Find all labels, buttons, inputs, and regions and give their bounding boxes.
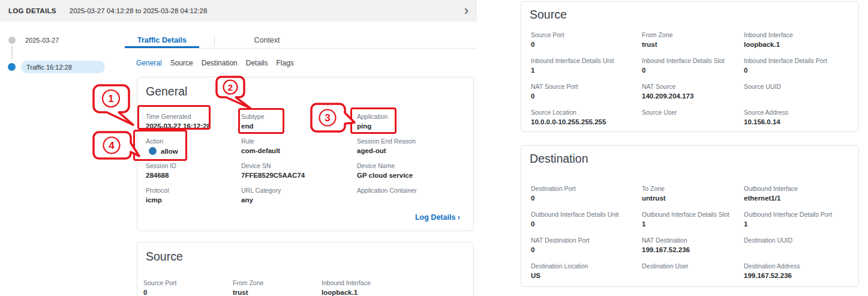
source-card-title: Source xyxy=(146,250,473,264)
field-value: 1 xyxy=(744,220,849,229)
field: Outbound Interface Details Unit 0 xyxy=(531,211,642,229)
field: From Zone trust xyxy=(642,31,744,50)
field: NAT Source Port 0 xyxy=(531,83,642,101)
tab-divider xyxy=(214,35,215,46)
field-label: Action xyxy=(146,137,241,145)
field: Inbound Interface Details Port 0 xyxy=(744,57,849,76)
field-label: Source Address xyxy=(744,109,849,116)
tab-context[interactable]: Context xyxy=(243,36,291,44)
field: Time Generated 2025-03-27 16:12:28 xyxy=(146,113,241,131)
field: NAT Destination 199.167.52.236 xyxy=(642,237,744,255)
field-value: 0 xyxy=(642,67,744,76)
field-value: loopback.1 xyxy=(744,41,849,50)
page-title: LOG DETAILS xyxy=(8,7,56,14)
field-label: Inbound Interface Details Slot xyxy=(642,57,744,65)
field-label: Destination User xyxy=(642,262,744,270)
field-value xyxy=(642,272,744,281)
field-value: GP cloud service xyxy=(357,172,465,181)
field-label: Destination Location xyxy=(531,262,642,270)
destination-fields: Destination Port 0 To Zone untrust Outbo… xyxy=(521,185,858,281)
field: Destination Location US xyxy=(531,262,642,281)
field-label: Source User xyxy=(642,109,744,116)
tab-traffic-details[interactable]: Traffic Details xyxy=(125,36,199,44)
timeline-entry-traffic[interactable]: Traffic 16:12:28 xyxy=(21,61,105,73)
expand-chevron-icon[interactable]: › xyxy=(464,5,468,17)
field: Application ping xyxy=(357,113,465,131)
field-value: 1 xyxy=(531,67,642,76)
field-value xyxy=(357,196,465,205)
field: Destination Port 0 xyxy=(531,185,642,204)
field-label: Destination UUID xyxy=(744,237,849,244)
field-value: 10.0.0.0-10.255.255.255 xyxy=(531,118,642,127)
subtab-flags[interactable]: Flags xyxy=(276,59,293,67)
field-label: Device SN xyxy=(241,162,357,170)
field-label: Inbound Interface Details Unit xyxy=(531,57,642,65)
field-value: 0 xyxy=(744,67,849,76)
field-label: URL Category xyxy=(241,187,357,195)
subtab-general[interactable]: General xyxy=(136,59,162,67)
date-range: 2025-03-27 04:12:28 to 2025-03-28 04:12:… xyxy=(70,7,208,14)
log-details-header: LOG DETAILS 2025-03-27 04:12:28 to 2025-… xyxy=(0,0,477,22)
subtab-destination[interactable]: Destination xyxy=(202,59,238,67)
field-value: end xyxy=(241,122,357,131)
field: Session ID 284688 xyxy=(146,162,241,181)
timeline-entry-dot xyxy=(8,63,16,71)
general-card-title: General xyxy=(146,85,473,98)
timeline-date-dot xyxy=(8,37,16,44)
field-label: Device Name xyxy=(357,162,465,170)
log-details-link[interactable]: Log Details › xyxy=(415,213,460,222)
subtab-details[interactable]: Details xyxy=(246,59,268,67)
field-value: 0 xyxy=(531,92,642,101)
field-value: US xyxy=(531,272,642,281)
field-label: Session ID xyxy=(146,162,241,170)
field-value: 0 xyxy=(531,41,642,50)
field: Destination UUID xyxy=(744,237,849,255)
field-label: To Zone xyxy=(642,185,744,193)
field-value: trust xyxy=(233,289,322,296)
field-label: Source Location xyxy=(531,109,642,116)
destination-card: Destination Destination Port 0 To Zone u… xyxy=(521,145,859,287)
field-value: any xyxy=(241,196,357,205)
field-value xyxy=(744,246,849,255)
subtab-source[interactable]: Source xyxy=(170,59,193,67)
field-value xyxy=(744,92,849,101)
source-card-title: Source xyxy=(530,8,858,22)
field: Source Port 0 xyxy=(143,279,233,296)
field: Source UUID xyxy=(744,83,849,101)
field-label: Application Container xyxy=(357,187,465,195)
field-value: 199.167.52.236 xyxy=(642,246,744,255)
field: Rule com-default xyxy=(241,137,357,156)
field-value: ethernet1/1 xyxy=(744,195,849,204)
field-label: Outbound Interface xyxy=(744,185,849,193)
field-value: com-default xyxy=(241,147,357,156)
field-label: From Zone xyxy=(233,279,322,287)
subtab-strip: General Source Destination Details Flags xyxy=(136,59,294,67)
field-label: Application xyxy=(357,113,465,121)
field-value: allow xyxy=(146,147,241,156)
tab-strip-border xyxy=(125,48,477,49)
field-label: Source Port xyxy=(143,279,233,287)
field: Protocol icmp xyxy=(146,187,241,205)
field-label: Session End Reason xyxy=(357,137,465,145)
field-label: Time Generated xyxy=(146,113,241,121)
field-label: Destination Port xyxy=(531,185,642,193)
field: Source Address 10.156.0.14 xyxy=(744,109,849,127)
field-value: 284688 xyxy=(146,172,241,181)
field: Source Port 0 xyxy=(531,31,642,50)
field: Device Name GP cloud service xyxy=(357,162,465,181)
field-label: From Zone xyxy=(642,31,744,39)
callout-1-bubble: 1 xyxy=(92,84,136,127)
field-label: Outbound Interface Details Port xyxy=(744,211,849,219)
field: Source Location 10.0.0.0-10.255.255.255 xyxy=(531,109,642,127)
callout-4-circle-icon xyxy=(104,137,120,154)
field: NAT Destination Port 0 xyxy=(531,237,642,255)
timeline-date: 2025-03-27 xyxy=(25,37,59,44)
field: Inbound Interface Details Slot 0 xyxy=(642,57,744,76)
field-label: NAT Destination Port xyxy=(531,237,642,244)
field-label: Outbound Interface Details Unit xyxy=(531,211,642,219)
general-fields: Time Generated 2025-03-27 16:12:28 Subty… xyxy=(137,113,473,205)
field-value: 0 xyxy=(531,246,642,255)
field-value: 7FFE8529C5AAC74 xyxy=(241,172,357,181)
field-value: aged-out xyxy=(357,147,465,156)
field-label: NAT Destination xyxy=(642,237,744,244)
